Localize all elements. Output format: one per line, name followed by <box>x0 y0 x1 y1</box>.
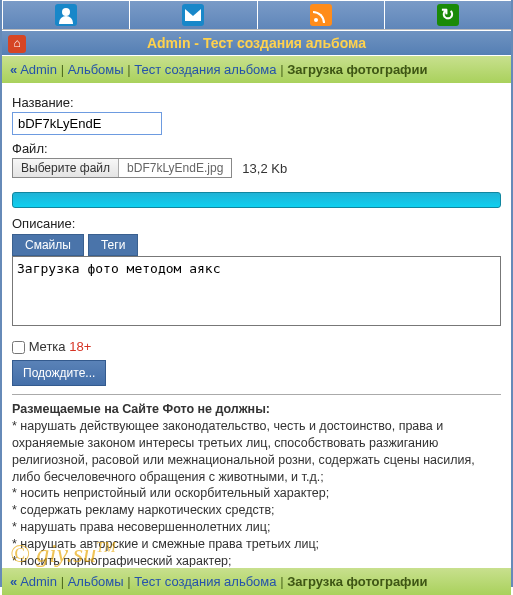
rss-icon <box>310 4 332 26</box>
breadcrumb-arrow: « <box>10 574 17 589</box>
adult-checkbox[interactable] <box>12 341 25 354</box>
top-nav <box>2 0 511 30</box>
upload-progress <box>12 192 501 208</box>
breadcrumb-arrow: « <box>10 62 17 77</box>
file-name: bDF7kLyEndE.jpg <box>119 159 231 177</box>
breadcrumb-link-albums[interactable]: Альбомы <box>68 574 124 589</box>
breadcrumb-bottom: « Admin | Альбомы | Тест создания альбом… <box>2 567 511 595</box>
breadcrumb-link-album[interactable]: Тест создания альбома <box>134 62 276 77</box>
adult-label: Метка <box>29 339 70 354</box>
tab-smiles[interactable]: Смайлы <box>12 234 84 256</box>
rules-item: * содержать рекламу наркотических средст… <box>12 502 501 519</box>
tab-tags[interactable]: Теги <box>88 234 138 256</box>
name-label: Название: <box>12 95 501 110</box>
editor-tabs: Смайлы Теги <box>12 234 501 256</box>
desc-textarea[interactable] <box>12 256 501 326</box>
file-size: 13,2 Kb <box>242 161 287 176</box>
name-input[interactable] <box>12 112 162 135</box>
adult-row: Метка 18+ <box>12 339 501 354</box>
content: Название: Файл: Выберите файл bDF7kLyEnd… <box>2 83 511 587</box>
breadcrumb-link-admin[interactable]: Admin <box>20 574 57 589</box>
breadcrumb-link-album[interactable]: Тест создания альбома <box>134 574 276 589</box>
nav-refresh[interactable] <box>384 0 511 29</box>
breadcrumb-link-admin[interactable]: Admin <box>20 62 57 77</box>
wait-button[interactable]: Подождите... <box>12 360 106 386</box>
page-title: Admin - Тест создания альбома <box>10 35 503 51</box>
rules-item: * носить непристойный или оскорбительный… <box>12 485 501 502</box>
nav-rss[interactable] <box>257 0 384 29</box>
refresh-icon <box>437 4 459 26</box>
rules-header: Размещаемые на Сайте Фото не должны: <box>12 401 501 418</box>
breadcrumb-current: Загрузка фотографии <box>287 574 427 589</box>
rules-item: * нарушать права несовершеннолетних лиц; <box>12 519 501 536</box>
rules-item: * нарушать действующее законодательство,… <box>12 418 501 486</box>
title-bar: Admin - Тест создания альбома <box>2 30 511 55</box>
rules: Размещаемые на Сайте Фото не должны: * н… <box>12 394 501 587</box>
breadcrumb: « Admin | Альбомы | Тест создания альбом… <box>2 55 511 83</box>
nav-mail[interactable] <box>129 0 256 29</box>
adult-suffix: 18+ <box>69 339 91 354</box>
file-picker[interactable]: Выберите файл bDF7kLyEndE.jpg <box>12 158 232 178</box>
mail-icon <box>182 4 204 26</box>
file-button[interactable]: Выберите файл <box>13 159 119 177</box>
file-label: Файл: <box>12 141 501 156</box>
desc-label: Описание: <box>12 216 501 231</box>
home-icon[interactable] <box>8 35 26 53</box>
user-icon <box>55 4 77 26</box>
breadcrumb-link-albums[interactable]: Альбомы <box>68 62 124 77</box>
nav-user[interactable] <box>2 0 129 29</box>
breadcrumb-current: Загрузка фотографии <box>287 62 427 77</box>
rules-item: * нарушать авторские и смежные права тре… <box>12 536 501 553</box>
